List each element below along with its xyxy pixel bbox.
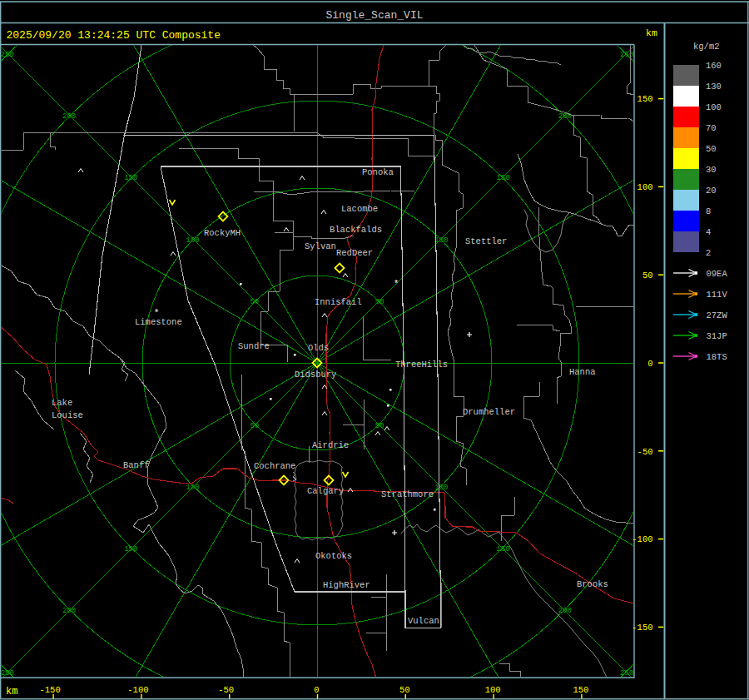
svg-text:Blackfalds: Blackfalds xyxy=(330,225,382,235)
svg-text:-150: -150 xyxy=(39,685,60,695)
svg-text:-50: -50 xyxy=(218,685,234,695)
svg-text:100: 100 xyxy=(637,182,653,192)
svg-text:150: 150 xyxy=(497,545,510,554)
svg-text:100: 100 xyxy=(706,102,722,112)
svg-text:Lacombe: Lacombe xyxy=(341,204,378,214)
svg-text:160: 160 xyxy=(706,61,722,71)
svg-text:*: * xyxy=(394,279,399,289)
svg-text:Brooks: Brooks xyxy=(577,579,608,589)
svg-text:50: 50 xyxy=(706,144,717,154)
svg-text:150: 150 xyxy=(124,545,137,554)
svg-text:Banff: Banff xyxy=(123,460,150,470)
svg-text:HighRiver: HighRiver xyxy=(323,580,370,590)
svg-text:Ponoka: Ponoka xyxy=(362,167,394,177)
svg-text:Cochrane: Cochrane xyxy=(254,461,295,471)
svg-text:0: 0 xyxy=(314,685,319,695)
svg-text:30: 30 xyxy=(706,165,717,175)
svg-text:50: 50 xyxy=(642,271,653,280)
svg-text:20: 20 xyxy=(706,186,717,196)
svg-text:Strathmore: Strathmore xyxy=(381,489,434,499)
svg-text:Okotoks: Okotoks xyxy=(315,551,352,561)
svg-text:Sylvan: Sylvan xyxy=(305,241,336,251)
svg-text:200: 200 xyxy=(62,607,76,615)
svg-text:150: 150 xyxy=(637,94,653,104)
svg-text:100: 100 xyxy=(485,685,501,695)
svg-text:50: 50 xyxy=(250,298,259,306)
svg-text:100: 100 xyxy=(186,236,199,245)
svg-text:27ZW: 27ZW xyxy=(707,310,728,320)
svg-text:RockyMH: RockyMH xyxy=(204,228,241,238)
svg-text:31JP: 31JP xyxy=(707,331,727,341)
svg-text:RedDeer: RedDeer xyxy=(336,248,373,258)
svg-text:50: 50 xyxy=(375,298,384,306)
svg-text:Airdrie: Airdrie xyxy=(312,440,349,450)
svg-text:250: 250 xyxy=(620,669,633,678)
svg-text:09EA: 09EA xyxy=(707,269,728,279)
svg-text:130: 130 xyxy=(706,82,722,92)
svg-text:100: 100 xyxy=(186,484,199,492)
svg-text:Lake: Lake xyxy=(52,398,72,408)
svg-text:Didsbury: Didsbury xyxy=(295,370,336,380)
svg-text:Calgary: Calgary xyxy=(307,486,344,496)
svg-text:km: km xyxy=(6,686,17,698)
svg-text:250: 250 xyxy=(1,669,14,678)
svg-text:100: 100 xyxy=(434,484,448,492)
svg-text:Stettler: Stettler xyxy=(465,236,507,246)
svg-text:Louise: Louise xyxy=(52,410,83,420)
svg-text:150: 150 xyxy=(573,685,588,695)
svg-text:-100: -100 xyxy=(127,685,148,695)
svg-text:Single_Scan_VIL: Single_Scan_VIL xyxy=(325,9,423,22)
svg-text:50: 50 xyxy=(375,422,384,430)
svg-text:Drumheller: Drumheller xyxy=(463,407,515,417)
svg-text:kg/m2: kg/m2 xyxy=(693,42,720,52)
svg-text:8: 8 xyxy=(706,206,711,216)
svg-text:Hanna: Hanna xyxy=(569,367,596,377)
svg-text:Vulcan: Vulcan xyxy=(408,616,439,626)
svg-text:0: 0 xyxy=(647,359,652,369)
svg-text:Limestone: Limestone xyxy=(135,317,182,327)
svg-text:Sundre: Sundre xyxy=(238,341,270,351)
svg-text:50: 50 xyxy=(399,685,410,695)
svg-text:150: 150 xyxy=(497,174,510,182)
svg-text:111V: 111V xyxy=(707,290,728,300)
svg-text:Olds: Olds xyxy=(308,343,329,353)
svg-text:18TS: 18TS xyxy=(707,352,727,362)
svg-text:-100: -100 xyxy=(632,534,652,544)
svg-text:200: 200 xyxy=(558,607,572,615)
svg-text:250: 250 xyxy=(620,51,633,59)
svg-text:200: 200 xyxy=(62,112,76,121)
svg-text:-150: -150 xyxy=(632,623,652,633)
svg-text:150: 150 xyxy=(124,174,137,182)
svg-text:200: 200 xyxy=(558,112,572,121)
svg-text:km: km xyxy=(646,27,657,38)
svg-text:ThreeHills: ThreeHills xyxy=(395,360,448,370)
svg-text:50: 50 xyxy=(250,422,259,430)
svg-text:-50: -50 xyxy=(637,447,653,457)
svg-text:2: 2 xyxy=(706,248,711,258)
svg-text:4: 4 xyxy=(706,227,711,237)
svg-text:100: 100 xyxy=(434,236,448,245)
svg-text:250: 250 xyxy=(1,51,14,59)
svg-text:70: 70 xyxy=(706,123,717,133)
svg-text:2025/09/20 13:24:25 UTC Compos: 2025/09/20 13:24:25 UTC Composite xyxy=(7,29,221,42)
svg-text:Innisfail: Innisfail xyxy=(315,297,362,307)
